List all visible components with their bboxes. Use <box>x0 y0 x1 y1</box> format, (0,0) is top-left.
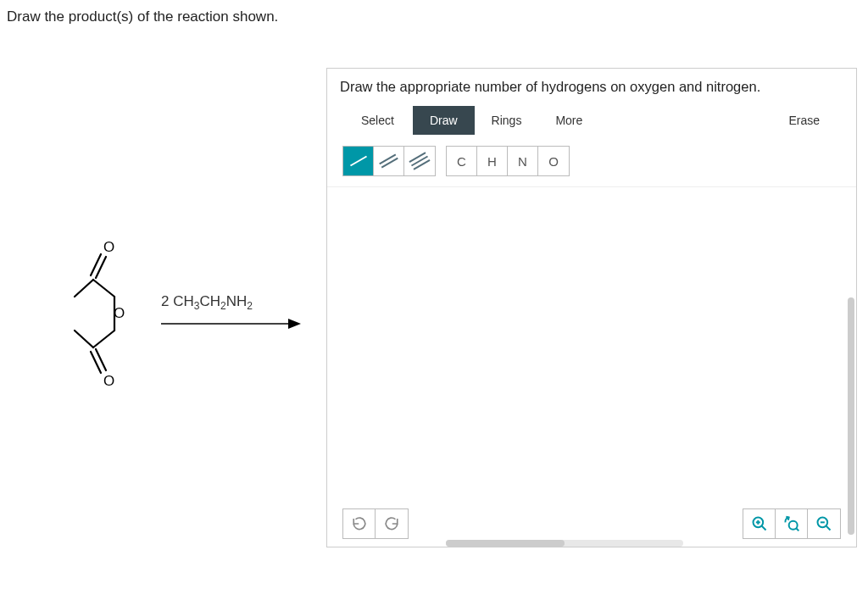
zoom-in-icon <box>751 515 768 532</box>
single-bond-button[interactable] <box>343 147 374 175</box>
svg-marker-13 <box>288 319 301 329</box>
horizontal-scroll-thumb[interactable] <box>446 540 565 547</box>
zoom-in-button[interactable] <box>743 509 776 538</box>
bottom-toolbar <box>327 500 856 547</box>
redo-button[interactable] <box>376 509 408 538</box>
vertical-scroll-thumb[interactable] <box>848 297 854 535</box>
svg-line-21 <box>826 525 831 530</box>
svg-text:O: O <box>103 373 114 389</box>
zoom-out-icon <box>815 515 832 532</box>
double-bond-button[interactable] <box>374 147 404 175</box>
drawing-editor-panel: Draw the appropriate number of hydrogens… <box>326 68 857 547</box>
zoom-reset-button[interactable] <box>776 509 808 538</box>
element-n-button[interactable]: N <box>508 147 538 175</box>
vertical-scrollbar[interactable] <box>848 297 854 569</box>
question-text: Draw the product(s) of the reaction show… <box>0 0 868 34</box>
svg-line-0 <box>93 280 114 297</box>
main-toolbar: Select Draw Rings More Erase <box>327 102 856 139</box>
svg-line-19 <box>796 528 798 531</box>
select-button[interactable]: Select <box>342 106 413 135</box>
svg-line-2 <box>93 331 114 347</box>
horizontal-scrollbar[interactable] <box>446 540 683 547</box>
undo-button[interactable] <box>343 509 376 538</box>
triple-bond-button[interactable] <box>404 147 435 175</box>
more-button[interactable]: More <box>538 106 599 135</box>
drawing-canvas[interactable] <box>327 187 856 526</box>
svg-line-15 <box>761 525 765 530</box>
zoom-out-button[interactable] <box>808 509 840 538</box>
svg-line-4 <box>75 331 93 347</box>
redo-icon <box>384 516 399 531</box>
element-c-button[interactable]: C <box>447 147 477 175</box>
sub-toolbar: C H N O <box>327 139 856 187</box>
reagent-label: 2 CH3CH2NH2 <box>161 293 301 312</box>
zoom-reset-icon <box>783 515 800 532</box>
element-o-button[interactable]: O <box>538 147 569 175</box>
triple-bond-icon <box>409 152 430 169</box>
single-bond-icon <box>349 156 366 167</box>
zoom-tool-group <box>743 508 841 539</box>
history-tool-group <box>342 508 409 539</box>
erase-button[interactable]: Erase <box>771 106 841 135</box>
bond-tool-group <box>342 146 436 176</box>
panel-instruction: Draw the appropriate number of hydrogens… <box>327 69 856 102</box>
draw-button[interactable]: Draw <box>413 106 475 135</box>
reaction-arrow-icon <box>161 316 301 331</box>
rings-button[interactable]: Rings <box>475 106 539 135</box>
element-h-button[interactable]: H <box>477 147 508 175</box>
starting-material-structure: O O O <box>59 229 144 398</box>
svg-line-3 <box>75 280 93 297</box>
element-tool-group: C H N O <box>446 146 570 176</box>
svg-text:O: O <box>103 239 114 255</box>
undo-icon <box>352 516 367 531</box>
double-bond-icon <box>379 153 398 168</box>
svg-text:O: O <box>114 305 125 321</box>
reaction-diagram: O O O 2 CH3CH2NH2 <box>0 229 322 398</box>
